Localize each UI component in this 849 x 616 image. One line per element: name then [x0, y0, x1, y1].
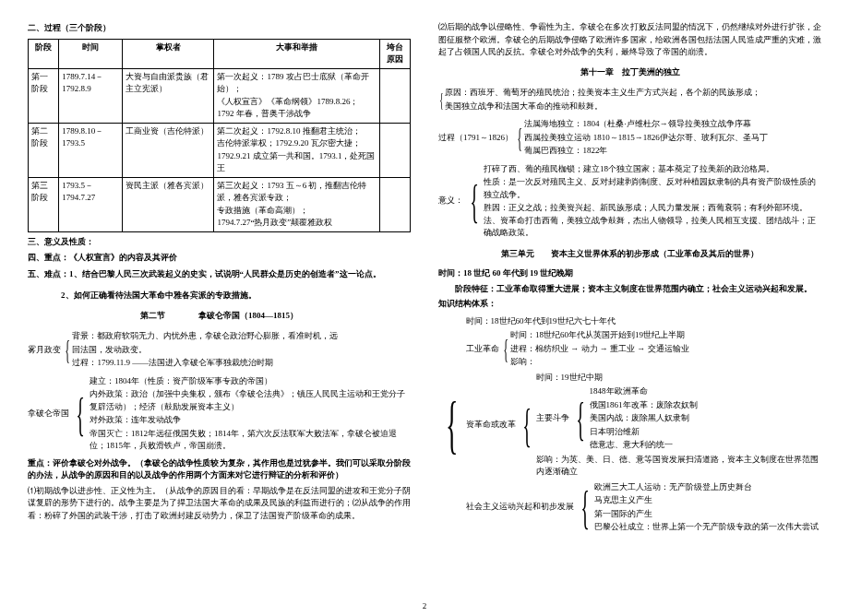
brace-icon: { — [446, 393, 458, 457]
empire-line: 建立：1804年（性质：资产阶级军事专政的帝国） — [90, 375, 411, 388]
th-phase: 阶段 — [29, 39, 59, 68]
fight-line: 日本明治维新 — [590, 426, 821, 439]
brace-icon: { — [580, 484, 590, 530]
proc-line: 西属拉美独立运动 1810～1815→1826伊达尔哥、玻利瓦尔、圣马丁 — [524, 132, 821, 145]
right-column: ⑵后期的战争以侵略性、争霸性为主。拿破仑在多次打败反法同盟的情况下，仍然继续对外… — [438, 18, 821, 607]
soc-line: 第一国际的产生 — [594, 508, 821, 521]
cell-phase: 第一阶段 — [29, 68, 59, 123]
bracket-label: 工业革命 — [466, 328, 501, 370]
cell-time: 1793.5－1794.7.27 — [59, 177, 123, 231]
empire-line: 对外政策：连年发动战争 — [90, 414, 411, 427]
cause-line: 原因：西班牙、葡萄牙的殖民统治；拉美资本主义生产方式兴起，各个新的民族形成； — [445, 87, 821, 100]
fight-line: 德意志、意大利的统一 — [590, 439, 821, 452]
cell-holder: 资民主派（雅各宾派） — [122, 177, 213, 231]
soc-line: 马克思主义产生 — [594, 494, 821, 507]
brace-icon: { — [76, 391, 85, 437]
focus-paragraph: 重点：评价拿破仑对外战争。（拿破仑的战争性质较为复杂，其作用也是过犹参半。我们可… — [28, 457, 411, 482]
cell-events: 第二次起义：1792.8.10 推翻君主统治； 吉伦特派掌权；1792.9.20… — [214, 123, 379, 177]
ind-line: 影响： — [510, 356, 821, 369]
table-row: 第一阶段 1789.7.14－1792.8.9 大资与自由派贵族（君主立宪派） … — [29, 68, 411, 123]
phases-table: 阶段 时间 掌权者 大事和举措 垮台原因 第一阶段 1789.7.14－1792… — [28, 39, 411, 232]
ind-line: 时间：18世纪60年代从英国开始到19世纪上半期 — [510, 329, 821, 342]
bracket-fight: 主要斗争 { 1848年欧洲革命 俄国1861年改革：废除农奴制 美国内战：废除… — [536, 385, 821, 453]
empire-line: 内外政策：政治（加强中央集权，颁布《拿破仑法典》；镇压人民民主运动和王党分子复辟… — [90, 388, 411, 413]
brace-icon: { — [503, 335, 508, 362]
analysis-p1: ⑴初期战争以进步性、正义性为主。（从战争的原因目的看：早期战争是在反法同盟的进攻… — [28, 485, 411, 523]
fight-line: 俄国1861年改革：废除农奴制 — [590, 399, 821, 412]
cell-reason — [379, 177, 410, 231]
brace-icon: { — [576, 396, 585, 442]
cell-holder: 工商业资（吉伦特派） — [122, 123, 213, 177]
bracket-process: 过程（1791～1826） { 法属海地独立：1804（杜桑·卢维杜尔→领导拉美… — [438, 117, 821, 159]
meaning-line: 性质：是一次反对殖民主义、反对封建剥削制度、反对种植园奴隶制的具有资产阶级性质的… — [484, 176, 821, 201]
fight-line: 美国内战：废除黑人奴隶制 — [590, 412, 821, 425]
struct-time: 时间：18世纪60年代到19世纪六七十年代 — [466, 315, 821, 328]
cell-phase: 第二阶段 — [29, 123, 59, 177]
brace-icon: { — [65, 336, 70, 363]
cell-events: 第三次起义：1793 五～6 初，推翻吉伦特派，雅各宾派专政； 专政措施（革命高… — [214, 177, 379, 231]
empire-line: 帝国灭亡：1812年远征俄国失败；1814年，第六次反法联军大败法军，拿破仑被迫… — [90, 428, 411, 453]
brace-icon: { — [517, 124, 522, 151]
fight-line: 1848年欧洲革命 — [590, 385, 821, 398]
bracket-label: 主要斗争 — [536, 385, 571, 453]
th-reason: 垮台原因 — [379, 39, 410, 68]
brace-icon: { — [522, 402, 532, 448]
th-holder: 掌权者 — [122, 39, 213, 68]
cell-reason — [379, 68, 410, 123]
bracket-meaning: 意义： { 打碎了西、葡的殖民枷锁；建立18个独立国家；基本奠定了拉美新的政治格… — [438, 162, 821, 241]
heading-meaning: 三、意义及性质： — [28, 236, 411, 249]
brace-icon: { — [470, 178, 479, 224]
proc-line: 葡属巴西独立：1822年 — [524, 145, 821, 158]
table-row: 第二阶段 1789.8.10－1793.5 工商业资（吉伦特派） 第二次起义：1… — [29, 123, 411, 177]
brace-icon: { — [439, 89, 443, 110]
bracket-label: 雾月政变 — [28, 329, 63, 371]
soc-line: 巴黎公社成立：世界上第一个无产阶级专政的第一次伟大尝试 — [594, 521, 821, 534]
bracket-label: 意义： — [438, 162, 465, 241]
stage-feature: 阶段特征：工业革命取得重大进展；资本主义制度在世界范围内确立；社会主义运动兴起和… — [438, 283, 821, 296]
bracket-label: 社会主义运动兴起和初步发展 — [466, 480, 576, 535]
soc-line: 欧洲三大工人运动：无产阶级登上历史舞台 — [594, 481, 821, 494]
heading-difficulty-1: 五、难点：1、结合巴黎人民三次武装起义的史实，试说明“人民群众是历史的创造者”这… — [28, 268, 411, 281]
bracket-label: 资革命或改革 — [466, 371, 518, 480]
heading-difficulty-2: 2、如何正确看待法国大革命中雅各宾派的专政措施。 — [28, 290, 411, 302]
bg-line: 回法国，发动政变。 — [72, 344, 411, 357]
bracket-empire: 拿破仑帝国 { 建立：1804年（性质：资产阶级军事专政的帝国） 内外政策：政治… — [28, 374, 411, 454]
bracket-industrial: 工业革命 { 时间：18世纪60年代从英国开始到19世纪上半期 进程：棉纺织业 … — [466, 328, 821, 370]
analysis-p2: ⑵后期的战争以侵略性、争霸性为主。拿破仑在多次打败反法同盟的情况下，仍然继续对外… — [438, 21, 821, 59]
bracket-wuye: 雾月政变 { 背景：都政府软弱无力、内忧外患，拿破仑政治野心膨胀，看准时机，远 … — [28, 329, 411, 371]
th-events: 大事和举措 — [214, 39, 379, 68]
bracket-cause: { 原因：西班牙、葡萄牙的殖民统治；拉美资本主义生产方式兴起，各个新的民族形成；… — [438, 86, 821, 113]
bracket-label: 拿破仑帝国 — [28, 374, 71, 454]
reform-time: 时间：19世纪中期 — [536, 372, 821, 385]
section2-title: 第二节 拿破仑帝国（1804—1815） — [28, 310, 411, 323]
cell-phase: 第三阶段 — [29, 177, 59, 231]
reform-effect: 影响：为英、美、日、德、意等国资发展扫清道路，资本主义制度在世界范围内逐渐确立 — [536, 454, 821, 479]
bg-line: 过程：1799.11.9 ——法国进入拿破仑军事独裁统治时期 — [72, 357, 411, 370]
page-number: 2 — [423, 600, 427, 613]
table-row: 第三阶段 1793.5－1794.7.27 资民主派（雅各宾派） 第三次起义：1… — [29, 177, 411, 231]
bracket-structure: { 时间：18世纪60年代到19世纪六七十年代 工业革命 { 时间：18世纪60… — [438, 314, 821, 536]
cell-events: 第一次起义：1789 攻占巴士底狱（革命开始）； 《人权宣言》《革命纲领》178… — [214, 68, 379, 123]
heading-focus: 四、重点：《人权宣言》的内容及其评价 — [28, 252, 411, 265]
cell-holder: 大资与自由派贵族（君主立宪派） — [122, 68, 213, 123]
unit3-title: 第三单元 资本主义世界体系的初步形成（工业革命及其后的世界） — [438, 248, 821, 261]
meaning-line: 打碎了西、葡的殖民枷锁；建立18个独立国家；基本奠定了拉美新的政治格局。 — [484, 163, 821, 176]
meaning-line: 胜因：正义之战；拉美资兴起、新民族形成；人民力量发展；西葡衰弱；有利外部环境。法… — [484, 202, 821, 240]
th-time: 时间 — [59, 39, 123, 68]
bg-line: 背景：都政府软弱无力、内忧外患，拿破仑政治野心膨胀，看准时机，远 — [72, 330, 411, 343]
cause-line: 美国独立战争和法国大革命的推动和鼓舞。 — [445, 101, 821, 113]
cell-time: 1789.7.14－1792.8.9 — [59, 68, 123, 123]
time-header: 时间：18 世纪 60 年代到 19 世纪晚期 — [438, 267, 821, 280]
proc-line: 法属海地独立：1804（杜桑·卢维杜尔→领导拉美独立战争序幕 — [524, 118, 821, 131]
cell-reason — [379, 123, 410, 177]
chapter11-title: 第十一章 拉丁美洲的独立 — [438, 66, 821, 79]
cell-time: 1789.8.10－1793.5 — [59, 123, 123, 177]
process-heading: 二、过程（三个阶段） — [28, 22, 411, 35]
bracket-socialism: 社会主义运动兴起和初步发展 { 欧洲三大工人运动：无产阶级登上历史舞台 马克思主… — [466, 480, 821, 535]
bracket-label: 过程（1791～1826） — [438, 117, 515, 159]
structure-header: 知识结构体系： — [438, 298, 821, 311]
bracket-reform: 资革命或改革 { 时间：19世纪中期 主要斗争 { 1848年欧洲革命 俄国18… — [466, 371, 821, 480]
left-column: 二、过程（三个阶段） 阶段 时间 掌权者 大事和举措 垮台原因 第一阶段 178… — [28, 18, 411, 607]
ind-line: 进程：棉纺织业 → 动力 → 重工业 → 交通运输业 — [510, 343, 821, 356]
